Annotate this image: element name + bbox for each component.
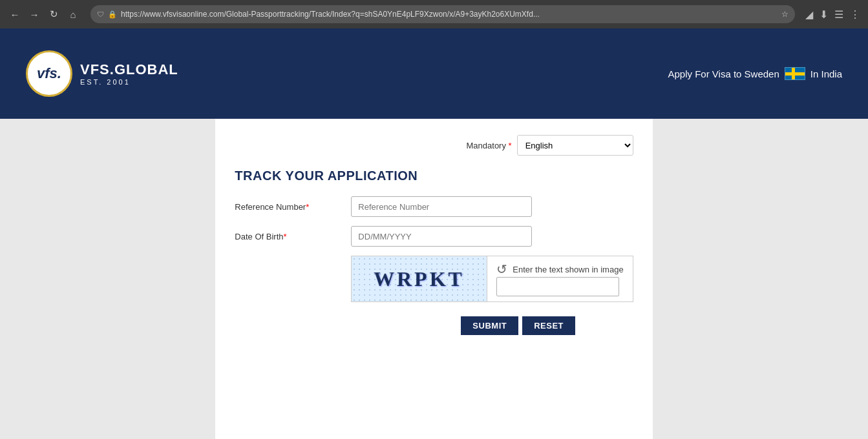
reset-button[interactable]: RESET	[522, 316, 575, 335]
reference-required-star: *	[306, 202, 309, 212]
back-button[interactable]: ←	[8, 7, 22, 21]
in-india-text: In India	[810, 68, 842, 79]
date-of-birth-label: Date Of Birth*	[235, 232, 351, 241]
browser-actions: ◢ ⬇ ☰ ⋮	[805, 8, 860, 21]
logo-circle: vfs.	[26, 50, 72, 97]
captcha-display-text: WRPKT	[374, 267, 465, 291]
captcha-hint-text: Enter the text shown in image	[513, 265, 623, 274]
apply-visa-text: Apply For Visa to Sweden	[668, 68, 779, 79]
home-button[interactable]: ⌂	[66, 7, 80, 21]
download-icon[interactable]: ⬇	[820, 8, 828, 21]
browser-chrome: ← → ↻ ⌂ 🛡 🔒 https://www.vfsvisaonline.co…	[0, 0, 868, 28]
captcha-hint-row: ↺ Enter the text shown in image	[496, 261, 623, 277]
forward-button[interactable]: →	[27, 7, 41, 21]
menu-icon[interactable]: ⋮	[850, 8, 860, 21]
captcha-container: WRPKT ↺ Enter the text shown in image	[351, 256, 633, 302]
reference-number-input[interactable]	[351, 196, 532, 217]
shield-icon: 🛡	[97, 10, 104, 18]
date-of-birth-row: Date Of Birth*	[235, 226, 633, 247]
mandatory-label: Mandatory *	[467, 141, 512, 150]
right-panel	[752, 119, 868, 439]
content-area: Mandatory * English Svenska Hindi TRACK …	[215, 119, 652, 439]
history-icon[interactable]: ☰	[834, 8, 843, 21]
logo-text: VFS.GLOBAL EST. 2001	[80, 61, 178, 86]
mandatory-asterisk: *	[506, 141, 512, 150]
outer-wrapper: Mandatory * English Svenska Hindi TRACK …	[0, 119, 868, 439]
header-right: Apply For Visa to Sweden In India	[668, 67, 842, 80]
dob-required-star: *	[284, 232, 287, 241]
lang-row: Mandatory * English Svenska Hindi	[235, 132, 633, 156]
language-select[interactable]: English Svenska Hindi	[517, 135, 633, 156]
captcha-image: WRPKT	[352, 256, 487, 301]
logo-vfs-text: vfs.	[37, 65, 61, 82]
address-bar[interactable]: 🛡 🔒 https://www.vfsvisaonline.com/Global…	[90, 5, 795, 23]
submit-button[interactable]: SUBMIT	[461, 316, 518, 335]
pocket-icon[interactable]: ◢	[805, 8, 813, 21]
page-wrapper: vfs. VFS.GLOBAL EST. 2001 Apply For Visa…	[0, 28, 868, 439]
reference-number-row: Reference Number*	[235, 196, 633, 217]
logo-area: vfs. VFS.GLOBAL EST. 2001	[26, 50, 178, 97]
btn-row: SUBMIT RESET	[461, 316, 633, 335]
sweden-flag-icon	[785, 67, 805, 80]
refresh-button[interactable]: ↻	[47, 7, 61, 21]
url-text: https://www.vfsvisaonline.com/Global-Pas…	[121, 10, 778, 19]
reference-number-label: Reference Number*	[235, 202, 351, 212]
page-title: TRACK YOUR APPLICATION	[235, 168, 633, 183]
site-header: vfs. VFS.GLOBAL EST. 2001 Apply For Visa…	[0, 28, 868, 119]
captcha-refresh-icon[interactable]: ↺	[496, 261, 507, 277]
bookmark-icon[interactable]: ☆	[781, 10, 789, 19]
date-of-birth-input[interactable]	[351, 226, 532, 247]
captcha-input[interactable]	[496, 277, 619, 296]
logo-est-text: EST. 2001	[80, 78, 178, 86]
logo-global-text: VFS.GLOBAL	[80, 61, 178, 78]
lock-icon: 🔒	[108, 10, 117, 19]
captcha-right: ↺ Enter the text shown in image	[487, 256, 632, 301]
left-panel	[0, 119, 116, 439]
